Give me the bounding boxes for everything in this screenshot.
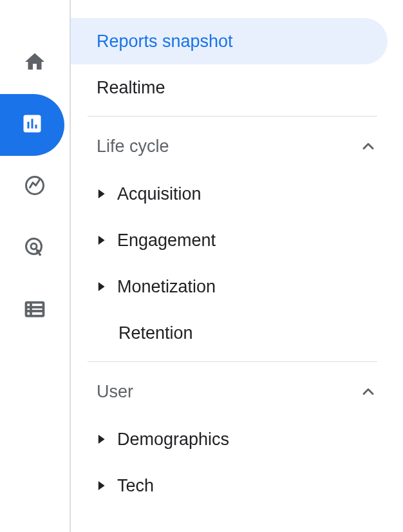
nav-label: Realtime <box>97 78 165 98</box>
rail-reports[interactable] <box>0 94 64 156</box>
rail-advertising[interactable] <box>0 218 70 280</box>
sub-engagement[interactable]: Engagement <box>71 217 403 263</box>
divider <box>88 361 377 362</box>
svg-marker-9 <box>98 282 105 291</box>
section-title: User <box>97 382 133 402</box>
expand-right-icon <box>97 481 116 490</box>
sub-retention[interactable]: Retention <box>71 310 403 356</box>
expand-right-icon <box>97 236 116 245</box>
svg-marker-11 <box>98 481 105 490</box>
nav-realtime[interactable]: Realtime <box>71 64 403 111</box>
explore-icon <box>23 174 46 200</box>
nav-reports-snapshot[interactable]: Reports snapshot <box>71 18 388 64</box>
sub-label: Engagement <box>117 231 216 251</box>
svg-marker-8 <box>98 236 105 245</box>
rail-configure[interactable] <box>0 280 70 341</box>
list-icon <box>23 298 46 323</box>
sub-tech[interactable]: Tech <box>71 462 403 509</box>
icon-rail <box>0 0 70 532</box>
rail-home[interactable] <box>0 32 70 94</box>
sub-demographics[interactable]: Demographics <box>71 416 403 462</box>
sub-label: Acquisition <box>117 184 202 204</box>
target-click-icon <box>23 236 46 261</box>
section-user[interactable]: User <box>71 367 403 416</box>
svg-marker-7 <box>98 189 105 198</box>
bar-chart-icon <box>21 112 44 138</box>
sub-monetization[interactable]: Monetization <box>71 263 403 310</box>
rail-explore[interactable] <box>0 156 70 218</box>
sub-acquisition[interactable]: Acquisition <box>71 171 403 217</box>
expand-right-icon <box>97 282 116 291</box>
svg-marker-10 <box>98 435 105 444</box>
divider <box>88 116 377 117</box>
sub-label: Retention <box>118 323 193 343</box>
expand-right-icon <box>97 435 116 444</box>
section-lifecycle[interactable]: Life cycle <box>71 122 403 171</box>
nav-label: Reports snapshot <box>97 32 233 52</box>
chevron-up-icon <box>359 383 377 401</box>
sub-label: Tech <box>117 476 154 496</box>
nav-panel: Reports snapshot Realtime Life cycle Acq… <box>71 0 403 532</box>
svg-rect-3 <box>26 303 44 316</box>
home-icon <box>23 50 46 76</box>
section-title: Life cycle <box>97 137 169 157</box>
expand-right-icon <box>97 189 116 198</box>
sub-label: Monetization <box>117 277 216 297</box>
chevron-up-icon <box>359 137 377 155</box>
sub-label: Demographics <box>117 430 229 450</box>
